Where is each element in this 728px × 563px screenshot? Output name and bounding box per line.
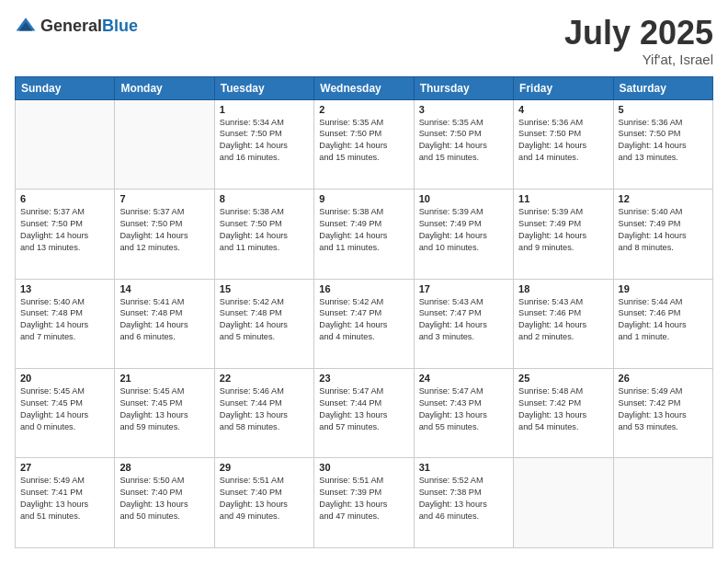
calendar-week-1: 1Sunrise: 5:34 AMSunset: 7:50 PMDaylight… [16,99,713,189]
day-info: Sunrise: 5:43 AMSunset: 7:47 PMDaylight:… [419,296,508,344]
day-number: 2 [319,104,408,115]
day-number: 9 [319,193,408,204]
day-number: 21 [119,373,209,384]
day-number: 26 [619,373,708,384]
day-info: Sunrise: 5:34 AMSunset: 7:50 PMDaylight:… [220,117,309,165]
day-number: 3 [419,104,508,115]
table-row: 20Sunrise: 5:45 AMSunset: 7:45 PMDayligh… [16,369,115,458]
day-number: 10 [419,193,508,204]
table-row: 3Sunrise: 5:35 AMSunset: 7:50 PMDaylight… [414,99,513,189]
month-title: July 2025 [564,15,713,52]
calendar-table: Sunday Monday Tuesday Wednesday Thursday… [15,76,713,548]
calendar-week-4: 20Sunrise: 5:45 AMSunset: 7:45 PMDayligh… [16,369,713,458]
day-number: 5 [619,104,708,115]
day-info: Sunrise: 5:49 AMSunset: 7:42 PMDaylight:… [619,385,708,433]
day-number: 22 [220,373,309,384]
day-number: 12 [619,193,708,204]
calendar-week-3: 13Sunrise: 5:40 AMSunset: 7:48 PMDayligh… [16,279,713,368]
table-row [514,458,613,548]
col-thursday: Thursday [414,76,513,99]
day-info: Sunrise: 5:48 AMSunset: 7:42 PMDaylight:… [518,385,608,433]
day-info: Sunrise: 5:40 AMSunset: 7:49 PMDaylight:… [619,206,708,254]
page: GeneralBlue July 2025 Yif'at, Israel Sun… [0,0,728,563]
day-number: 4 [518,104,608,115]
day-number: 7 [119,193,209,204]
table-row: 15Sunrise: 5:42 AMSunset: 7:48 PMDayligh… [214,279,313,368]
day-info: Sunrise: 5:42 AMSunset: 7:47 PMDaylight:… [319,296,408,344]
table-row: 23Sunrise: 5:47 AMSunset: 7:44 PMDayligh… [314,369,414,458]
day-info: Sunrise: 5:47 AMSunset: 7:43 PMDaylight:… [419,385,508,433]
table-row: 30Sunrise: 5:51 AMSunset: 7:39 PMDayligh… [314,458,414,548]
table-row: 9Sunrise: 5:38 AMSunset: 7:49 PMDaylight… [314,190,414,279]
day-info: Sunrise: 5:39 AMSunset: 7:49 PMDaylight:… [518,206,608,254]
table-row: 27Sunrise: 5:49 AMSunset: 7:41 PMDayligh… [16,458,115,548]
day-info: Sunrise: 5:51 AMSunset: 7:40 PMDaylight:… [220,475,309,523]
day-info: Sunrise: 5:35 AMSunset: 7:50 PMDaylight:… [419,117,508,165]
day-number: 29 [220,462,309,473]
day-info: Sunrise: 5:47 AMSunset: 7:44 PMDaylight:… [319,385,408,433]
logo-icon [15,15,37,37]
logo-general: General [40,17,102,35]
day-info: Sunrise: 5:37 AMSunset: 7:50 PMDaylight:… [119,206,209,254]
day-info: Sunrise: 5:35 AMSunset: 7:50 PMDaylight:… [319,117,408,165]
day-info: Sunrise: 5:45 AMSunset: 7:45 PMDaylight:… [20,385,109,433]
day-number: 25 [518,373,608,384]
table-row: 25Sunrise: 5:48 AMSunset: 7:42 PMDayligh… [514,369,613,458]
table-row: 10Sunrise: 5:39 AMSunset: 7:49 PMDayligh… [414,190,513,279]
table-row: 16Sunrise: 5:42 AMSunset: 7:47 PMDayligh… [314,279,414,368]
table-row: 5Sunrise: 5:36 AMSunset: 7:50 PMDaylight… [613,99,712,189]
day-number: 1 [220,104,309,115]
day-number: 11 [518,193,608,204]
day-info: Sunrise: 5:42 AMSunset: 7:48 PMDaylight:… [220,296,309,344]
title-block: July 2025 Yif'at, Israel [564,15,713,67]
table-row [115,99,214,189]
day-number: 14 [119,283,209,294]
col-monday: Monday [115,76,214,99]
day-info: Sunrise: 5:40 AMSunset: 7:48 PMDaylight:… [20,296,109,344]
day-number: 20 [20,373,109,384]
day-info: Sunrise: 5:36 AMSunset: 7:50 PMDaylight:… [619,117,708,165]
col-tuesday: Tuesday [214,76,313,99]
day-info: Sunrise: 5:50 AMSunset: 7:40 PMDaylight:… [119,475,209,523]
table-row: 14Sunrise: 5:41 AMSunset: 7:48 PMDayligh… [115,279,214,368]
table-row: 29Sunrise: 5:51 AMSunset: 7:40 PMDayligh… [214,458,313,548]
table-row: 18Sunrise: 5:43 AMSunset: 7:46 PMDayligh… [514,279,613,368]
day-info: Sunrise: 5:38 AMSunset: 7:50 PMDaylight:… [220,206,309,254]
table-row: 22Sunrise: 5:46 AMSunset: 7:44 PMDayligh… [214,369,313,458]
day-info: Sunrise: 5:38 AMSunset: 7:49 PMDaylight:… [319,206,408,254]
day-number: 19 [619,283,708,294]
table-row: 31Sunrise: 5:52 AMSunset: 7:38 PMDayligh… [414,458,513,548]
day-number: 30 [319,462,408,473]
day-info: Sunrise: 5:36 AMSunset: 7:50 PMDaylight:… [518,117,608,165]
day-number: 8 [220,193,309,204]
table-row [16,99,115,189]
day-number: 16 [319,283,408,294]
table-row: 4Sunrise: 5:36 AMSunset: 7:50 PMDaylight… [514,99,613,189]
col-sunday: Sunday [16,76,115,99]
calendar-header-row: Sunday Monday Tuesday Wednesday Thursday… [16,76,713,99]
day-number: 15 [220,283,309,294]
table-row [613,458,712,548]
table-row: 13Sunrise: 5:40 AMSunset: 7:48 PMDayligh… [16,279,115,368]
day-number: 23 [319,373,408,384]
day-info: Sunrise: 5:37 AMSunset: 7:50 PMDaylight:… [20,206,109,254]
logo-blue: Blue [102,17,138,35]
day-number: 31 [419,462,508,473]
day-info: Sunrise: 5:51 AMSunset: 7:39 PMDaylight:… [319,475,408,523]
day-info: Sunrise: 5:52 AMSunset: 7:38 PMDaylight:… [419,475,508,523]
col-wednesday: Wednesday [314,76,414,99]
day-number: 6 [20,193,109,204]
day-number: 17 [419,283,508,294]
header: GeneralBlue July 2025 Yif'at, Israel [15,15,713,67]
col-saturday: Saturday [613,76,712,99]
table-row: 11Sunrise: 5:39 AMSunset: 7:49 PMDayligh… [514,190,613,279]
day-number: 27 [20,462,109,473]
table-row: 26Sunrise: 5:49 AMSunset: 7:42 PMDayligh… [613,369,712,458]
day-info: Sunrise: 5:45 AMSunset: 7:45 PMDaylight:… [119,385,209,433]
table-row: 6Sunrise: 5:37 AMSunset: 7:50 PMDaylight… [16,190,115,279]
calendar-week-5: 27Sunrise: 5:49 AMSunset: 7:41 PMDayligh… [16,458,713,548]
day-number: 28 [119,462,209,473]
table-row: 24Sunrise: 5:47 AMSunset: 7:43 PMDayligh… [414,369,513,458]
table-row: 8Sunrise: 5:38 AMSunset: 7:50 PMDaylight… [214,190,313,279]
col-friday: Friday [514,76,613,99]
